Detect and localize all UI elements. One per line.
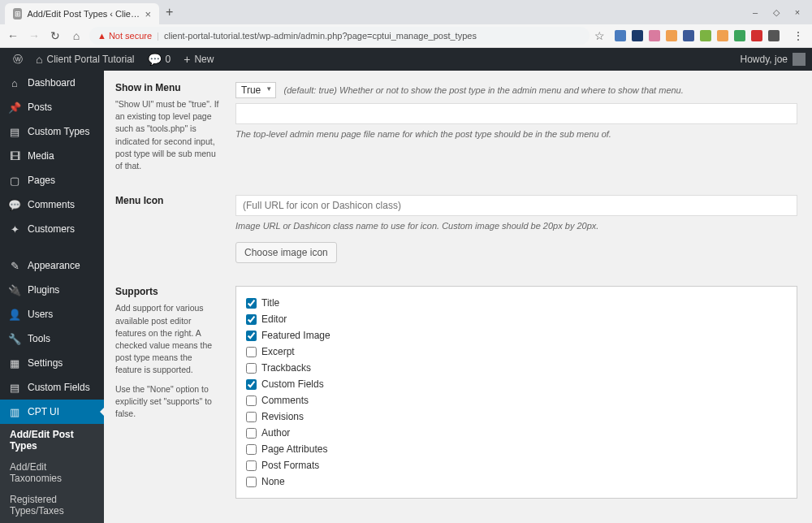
menu-icon: 🎞: [8, 149, 21, 162]
field-label: Supports: [115, 286, 219, 297]
sidebar-item[interactable]: 📌Posts: [0, 95, 104, 119]
maximize-button[interactable]: ◇: [771, 7, 781, 18]
avatar: [793, 53, 806, 66]
new-content-button[interactable]: +New: [177, 53, 220, 66]
browser-tab-bar: ⊞ Add/Edit Post Types ‹ Client Port… × +…: [0, 0, 812, 24]
supports-checkbox[interactable]: [246, 363, 257, 374]
minimize-button[interactable]: –: [750, 7, 760, 18]
supports-option[interactable]: Post Formats: [246, 457, 787, 473]
wp-logo-icon[interactable]: ⓦ: [6, 53, 29, 67]
sidebar-item-label: CPT UI: [28, 406, 59, 417]
sidebar-item-label: Posts: [28, 102, 52, 113]
close-tab-icon[interactable]: ×: [145, 8, 151, 20]
ext-icon[interactable]: [734, 30, 745, 41]
supports-option[interactable]: Comments: [246, 392, 787, 408]
supports-option[interactable]: Featured Image: [246, 327, 787, 344]
supports-option[interactable]: None: [246, 473, 787, 490]
ext-icon[interactable]: [632, 30, 643, 41]
reload-button[interactable]: ↻: [47, 28, 63, 44]
sidebar-submenu-item[interactable]: Add/Edit Taxonomies: [0, 456, 104, 489]
menu-separator: [0, 245, 104, 249]
supports-checkbox[interactable]: [246, 477, 257, 487]
ext-icon[interactable]: [649, 30, 660, 41]
supports-option[interactable]: Title: [246, 295, 787, 311]
home-button[interactable]: ⌂: [68, 28, 84, 44]
favicon-icon: ⊞: [13, 8, 22, 19]
supports-checkbox[interactable]: [246, 412, 257, 422]
sidebar-item-label: Customers: [28, 223, 75, 235]
sidebar-submenu-item[interactable]: Registered Types/Taxes: [0, 489, 104, 521]
supports-option[interactable]: Page Attributes: [246, 441, 787, 457]
ext-icon[interactable]: [717, 30, 728, 41]
choose-image-icon-button[interactable]: Choose image icon: [235, 242, 337, 263]
ext-icon[interactable]: [751, 30, 762, 41]
sidebar-item[interactable]: 🔌Plugins: [0, 278, 104, 302]
sidebar-item[interactable]: ▤Custom Types: [0, 119, 104, 144]
sidebar-item[interactable]: 💬Comments: [0, 192, 104, 217]
close-window-button[interactable]: ×: [793, 7, 802, 18]
sidebar-item-cpt-ui[interactable]: ▥ CPT UI: [0, 400, 104, 424]
back-button[interactable]: ←: [5, 28, 21, 44]
supports-option[interactable]: Custom Fields: [246, 376, 787, 392]
menu-icon: ▤: [8, 381, 21, 394]
forward-button[interactable]: →: [26, 28, 42, 44]
supports-checkbox[interactable]: [246, 298, 257, 309]
field-menu-icon: Menu Icon Image URL or Dashicon class na…: [115, 184, 797, 274]
menu-icon: ▢: [8, 174, 21, 187]
site-link[interactable]: ⌂Client Portal Tutorial: [29, 53, 141, 66]
supports-checkbox[interactable]: [246, 331, 257, 341]
browser-menu-icon[interactable]: ⋮: [789, 29, 807, 42]
sidebar-item[interactable]: 👤Users: [0, 302, 104, 326]
supports-checkbox[interactable]: [246, 314, 257, 325]
field-description: Add support for various available post e…: [115, 302, 219, 376]
supports-option[interactable]: Excerpt: [246, 344, 787, 360]
comments-link[interactable]: 💬0: [141, 53, 178, 66]
sidebar-item[interactable]: ✎Appearance: [0, 253, 104, 278]
supports-checkbox[interactable]: [246, 379, 257, 390]
show-in-menu-page-input[interactable]: [235, 103, 797, 124]
field-description: "Show UI" must be "true". If an existing…: [115, 98, 219, 172]
plus-icon: +: [184, 53, 190, 66]
extension-icons: [610, 30, 784, 41]
supports-checkbox[interactable]: [246, 444, 257, 455]
field-inline-help: (default: true) Whether or not to show t…: [284, 85, 684, 95]
ext-icon[interactable]: [683, 30, 694, 41]
field-custom-supports: Custom "Supports" Use this input to regi…: [115, 510, 797, 523]
ext-icon[interactable]: [615, 30, 626, 41]
sidebar-item-label: Custom Fields: [28, 382, 90, 393]
supports-option[interactable]: Trackbacks: [246, 360, 787, 376]
url-input[interactable]: ▲ Not secure | client-portal-tutorial.te…: [89, 27, 590, 45]
sidebar-item-label: Custom Types: [28, 126, 89, 137]
supports-option[interactable]: Author: [246, 425, 787, 441]
field-below-help: The top-level admin menu page file name …: [235, 129, 797, 139]
sidebar-item[interactable]: ▤Custom Fields: [0, 375, 104, 400]
sidebar-submenu-item[interactable]: Add/Edit Post Types: [0, 424, 104, 456]
menu-icon-input[interactable]: [235, 195, 797, 216]
ext-icon[interactable]: [666, 30, 677, 41]
ext-icon[interactable]: [768, 30, 780, 41]
menu-icon: ▤: [8, 125, 21, 138]
home-icon: ⌂: [36, 53, 42, 66]
sidebar-item[interactable]: 🎞Media: [0, 144, 104, 168]
show-in-menu-select[interactable]: True: [235, 82, 276, 98]
new-tab-button[interactable]: +: [166, 5, 173, 19]
supports-option[interactable]: Revisions: [246, 408, 787, 425]
bookmark-icon[interactable]: ☆: [594, 29, 605, 42]
sidebar-item[interactable]: ⌂Dashboard: [0, 71, 104, 95]
field-supports: Supports Add support for various availab…: [115, 274, 797, 510]
supports-option[interactable]: Editor: [246, 311, 787, 327]
supports-checkbox[interactable]: [246, 460, 257, 471]
supports-checkbox[interactable]: [246, 395, 257, 406]
sidebar-item[interactable]: ✦Customers: [0, 217, 104, 241]
sidebar-item[interactable]: 🔧Tools: [0, 326, 104, 351]
browser-tab[interactable]: ⊞ Add/Edit Post Types ‹ Client Port… ×: [5, 3, 159, 24]
ext-icon[interactable]: [700, 30, 711, 41]
menu-icon: ✎: [8, 259, 21, 272]
user-menu[interactable]: Howdy, joe: [741, 53, 806, 66]
sidebar-item[interactable]: ▦Settings: [0, 351, 104, 375]
supports-checkbox[interactable]: [246, 347, 257, 357]
menu-icon: 🔧: [8, 332, 21, 345]
sidebar-item[interactable]: ▢Pages: [0, 168, 104, 192]
url-text: client-portal-tutorial.test/wp-admin/adm…: [164, 31, 477, 41]
supports-checkbox[interactable]: [246, 428, 257, 439]
